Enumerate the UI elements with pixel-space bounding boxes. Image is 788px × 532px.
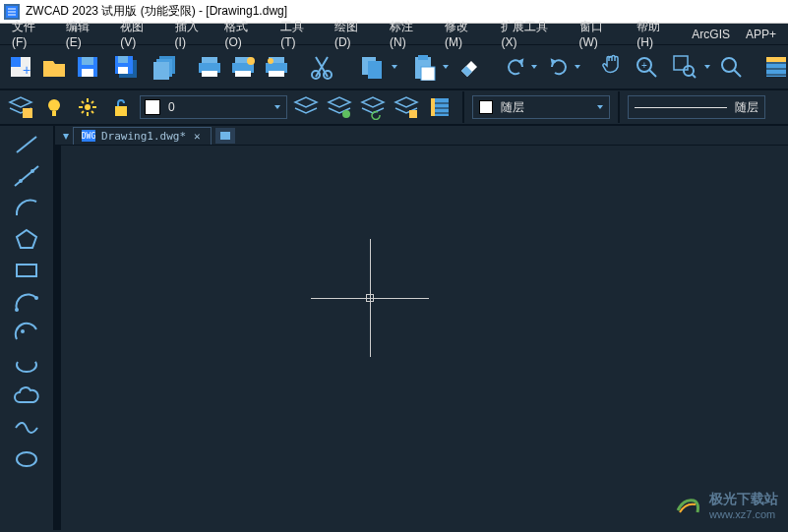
freeze-button[interactable] — [73, 93, 102, 121]
drawing-canvas[interactable]: ▾ DWG Drawing1.dwg* ✕ 极光下载站 www.xz7.co — [55, 126, 788, 530]
eraser-button[interactable] — [455, 49, 484, 85]
svg-point-46 — [48, 99, 60, 111]
new-tab-button[interactable] — [215, 128, 235, 144]
curve-tool[interactable] — [7, 413, 46, 443]
svg-point-74 — [17, 358, 36, 372]
ellipse-arc-tool[interactable] — [7, 350, 46, 380]
chevron-down-icon — [274, 105, 280, 109]
open-button[interactable] — [39, 49, 69, 85]
menu-view[interactable]: 视图(V) — [112, 17, 166, 51]
svg-marker-69 — [17, 230, 36, 248]
unlock-button[interactable] — [106, 93, 136, 121]
color-style-label: 随层 — [501, 99, 595, 116]
redo-button[interactable] — [545, 49, 573, 85]
svg-rect-9 — [118, 56, 128, 63]
svg-rect-2 — [11, 57, 21, 67]
paste-button[interactable] — [405, 49, 441, 85]
layer-prev-button[interactable] — [358, 93, 388, 121]
save-all-button[interactable] — [108, 49, 144, 85]
svg-point-71 — [15, 308, 19, 312]
svg-rect-76 — [220, 132, 230, 140]
cloud-tool[interactable] — [7, 382, 46, 411]
menu-help[interactable]: 帮助(H) — [629, 17, 684, 51]
menu-express[interactable]: 扩展工具(X) — [493, 17, 571, 51]
pan-button[interactable] — [598, 49, 628, 85]
menu-modify[interactable]: 修改(M) — [437, 17, 493, 51]
circle-tool[interactable] — [7, 444, 46, 474]
menu-dimension[interactable]: 标注(N) — [382, 17, 437, 51]
layer-states-button[interactable] — [291, 93, 321, 121]
chevron-down-icon[interactable] — [392, 65, 397, 69]
layer-iso-button[interactable] — [325, 93, 354, 121]
svg-rect-59 — [409, 110, 417, 118]
publish-button[interactable] — [262, 49, 291, 85]
menu-insert[interactable]: 插入(I) — [167, 17, 217, 51]
save-button[interactable] — [73, 49, 102, 85]
new-doc-button[interactable]: + — [6, 49, 35, 85]
layer-dropdown[interactable]: 0 — [140, 95, 287, 119]
zoom-window-button[interactable] — [667, 49, 702, 85]
svg-rect-28 — [368, 61, 382, 79]
svg-rect-5 — [82, 57, 93, 65]
linetype-dropdown[interactable]: 随层 — [628, 95, 765, 119]
chevron-down-icon[interactable] — [575, 65, 580, 69]
ruler — [55, 146, 61, 530]
layer-manager-button[interactable] — [6, 93, 35, 121]
copy-button[interactable] — [354, 49, 390, 85]
svg-rect-64 — [431, 98, 435, 116]
svg-line-65 — [17, 137, 36, 152]
undo-button[interactable] — [502, 49, 529, 85]
print-button[interactable] — [195, 49, 224, 85]
polygon-tool[interactable] — [7, 224, 46, 254]
menu-tools[interactable]: 工具(T) — [273, 17, 327, 51]
watermark: 极光下载站 www.xz7.com — [674, 491, 778, 520]
svg-line-55 — [82, 111, 84, 113]
tab-nav-prev[interactable]: ▾ — [63, 129, 69, 143]
linetype-label: 随层 — [735, 99, 758, 116]
svg-line-33 — [649, 70, 656, 77]
menu-window[interactable]: 窗口(W) — [572, 17, 630, 51]
menu-file[interactable]: 文件(F) — [4, 17, 58, 51]
xline-tool[interactable] — [7, 161, 46, 191]
svg-point-73 — [21, 329, 25, 333]
chevron-down-icon[interactable] — [443, 65, 449, 69]
svg-line-66 — [15, 166, 38, 186]
print-preview-button[interactable] — [228, 49, 258, 85]
properties-button[interactable] — [761, 49, 788, 85]
svg-rect-14 — [202, 57, 217, 63]
spline-tool[interactable] — [7, 287, 46, 317]
menu-arcgis[interactable]: ArcGIS — [684, 26, 738, 43]
sheets-button[interactable] — [150, 49, 179, 85]
chevron-down-icon[interactable] — [531, 65, 537, 69]
chevron-down-icon[interactable] — [704, 65, 710, 69]
svg-line-53 — [82, 101, 84, 103]
svg-rect-6 — [82, 69, 93, 77]
svg-rect-13 — [153, 62, 169, 80]
zoom-button[interactable] — [716, 49, 746, 85]
menu-appplus[interactable]: APP+ — [738, 26, 784, 43]
dwg-icon: DWG — [82, 130, 95, 142]
cut-button[interactable] — [307, 49, 336, 85]
rectangle-tool[interactable] — [7, 256, 46, 285]
close-icon[interactable]: ✕ — [192, 130, 203, 143]
menu-draw[interactable]: 绘图(D) — [327, 17, 382, 51]
bulb-button[interactable] — [39, 93, 69, 121]
color-style-dropdown[interactable]: 随层 — [472, 95, 610, 119]
svg-rect-10 — [118, 67, 128, 74]
menu-edit[interactable]: 编辑(E) — [58, 17, 112, 51]
menu-format[interactable]: 格式(O) — [216, 17, 273, 51]
svg-text:+: + — [641, 60, 647, 71]
color-swatch — [145, 99, 160, 115]
document-tab[interactable]: DWG Drawing1.dwg* ✕ — [73, 127, 212, 145]
list-button[interactable] — [425, 93, 455, 121]
svg-rect-31 — [421, 67, 435, 81]
revision-cloud-tool[interactable] — [7, 319, 46, 348]
line-tool[interactable] — [7, 130, 46, 159]
toolbar-separator — [462, 91, 464, 123]
layer-walk-button[interactable] — [392, 93, 421, 121]
svg-point-68 — [30, 169, 34, 173]
arc-tool[interactable] — [7, 193, 46, 222]
zoom-realtime-button[interactable]: + — [632, 49, 661, 85]
svg-rect-47 — [52, 111, 56, 116]
svg-rect-70 — [17, 265, 36, 276]
